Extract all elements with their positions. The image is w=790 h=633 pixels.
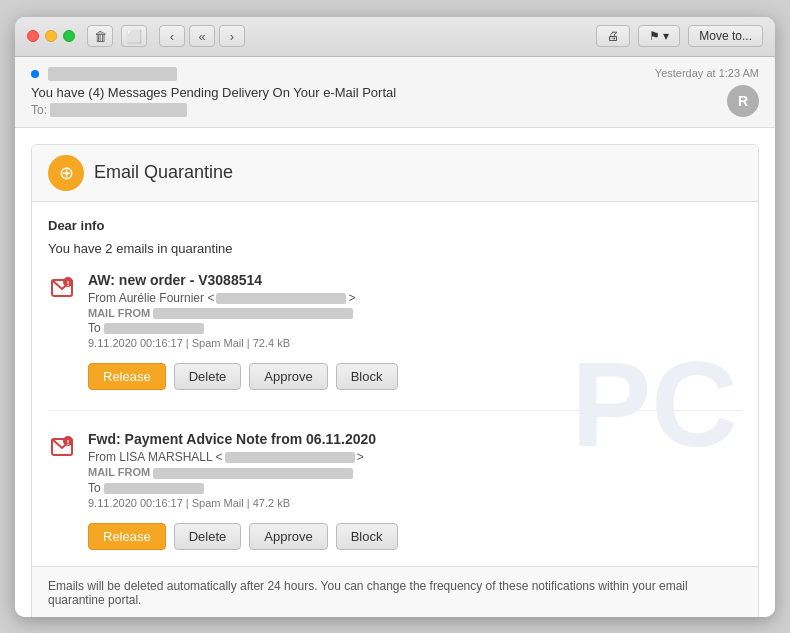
email-item-1-mailfrom: MAIL FROM blurred [88, 307, 742, 320]
email-item-2-to: To blurred [88, 481, 742, 495]
forward-button[interactable]: › [219, 25, 245, 47]
flag-button[interactable]: ⚑ ▾ [638, 25, 680, 47]
email-item-1-actions: Release Delete Approve Block [48, 363, 742, 390]
email-item-2-info: Fwd: Payment Advice Note from 06.11.2020… [88, 431, 742, 519]
email-header: sender@example.com You have (4) Messages… [15, 57, 775, 128]
email-date: Yesterday at 1:23 AM [655, 67, 759, 79]
email-body: PC ⊕ Email Quarantine Dear info You have… [15, 128, 775, 617]
svg-text:!: ! [67, 438, 70, 447]
email-item-1-from: From Aurélie Fournier <blurred> [88, 291, 742, 305]
email-item-2-meta: 9.11.2020 00:16:17 | Spam Mail | 47.2 kB [88, 497, 742, 509]
spam-icon-1: ! [48, 274, 76, 302]
email-header-left: sender@example.com You have (4) Messages… [31, 67, 655, 117]
move-to-button[interactable]: Move to... [688, 25, 763, 47]
quarantine-icon: ⊕ [48, 155, 84, 191]
back-back-button[interactable]: « [189, 25, 215, 47]
spam-icon-2: ! [48, 433, 76, 461]
email-window: 🗑 ⬜ ‹ « › 🖨 ⚑ ▾ Move to... sender@exampl… [15, 17, 775, 617]
email-item-1-from-email-blurred: blurred [216, 293, 346, 304]
email-item-1-mailfrom-blurred: blurred [153, 308, 353, 319]
email-item-1-info: AW: new order - V3088514 From Aurélie Fo… [88, 272, 742, 360]
email-item-2-mailfrom: MAIL FROM blurred [88, 466, 742, 479]
email-item-1-subject: AW: new order - V3088514 [88, 272, 742, 288]
email-content: PC ⊕ Email Quarantine Dear info You have… [15, 128, 775, 617]
email-subject: You have (4) Messages Pending Delivery O… [31, 85, 655, 100]
toolbar-nav: ‹ « › [159, 25, 245, 47]
email-2-block-button[interactable]: Block [336, 523, 398, 550]
email-item-1-header: ! AW: new order - V3088514 From Aurélie … [48, 272, 742, 360]
quarantine-footer: Emails will be deleted automatically aft… [32, 566, 758, 617]
quarantine-header: ⊕ Email Quarantine [32, 145, 758, 202]
dear-info: Dear info [48, 218, 742, 233]
email-to-blurred: recipient@example.com [50, 103, 187, 117]
avatar: R [727, 85, 759, 117]
move-to-label: Move to... [699, 29, 752, 43]
email-2-release-button[interactable]: Release [88, 523, 166, 550]
email-item-2-subject: Fwd: Payment Advice Note from 06.11.2020 [88, 431, 742, 447]
email-item-1: ! AW: new order - V3088514 From Aurélie … [48, 272, 742, 412]
back-button[interactable]: ‹ [159, 25, 185, 47]
email-header-right: Yesterday at 1:23 AM R [655, 67, 759, 117]
close-button[interactable] [27, 30, 39, 42]
titlebar: 🗑 ⬜ ‹ « › 🖨 ⚑ ▾ Move to... [15, 17, 775, 57]
email-2-approve-button[interactable]: Approve [249, 523, 327, 550]
email-item-2-from: From LISA MARSHALL <blurred> [88, 450, 742, 464]
email-1-delete-button[interactable]: Delete [174, 363, 242, 390]
email-to: To: recipient@example.com [31, 103, 655, 117]
email-item-1-from-name: Aurélie Fournier [119, 291, 208, 305]
quarantine-card: PC ⊕ Email Quarantine Dear info You have… [31, 144, 759, 617]
email-1-release-button[interactable]: Release [88, 363, 166, 390]
email-item-2-from-name: LISA MARSHALL [119, 450, 215, 464]
email-item-2-to-blurred: blurred [104, 483, 204, 494]
svg-text:!: ! [67, 278, 70, 287]
email-item-1-meta: 9.11.2020 00:16:17 | Spam Mail | 72.4 kB [88, 337, 742, 349]
email-2-delete-button[interactable]: Delete [174, 523, 242, 550]
minimize-button[interactable] [45, 30, 57, 42]
email-item-1-to-blurred: blurred [104, 323, 204, 334]
email-item-2-from-email-blurred: blurred [225, 452, 355, 463]
email-item-2-mailfrom-blurred: blurred [153, 468, 353, 479]
quarantine-title: Email Quarantine [94, 162, 233, 183]
traffic-lights [27, 30, 75, 42]
toolbar-icons: 🗑 ⬜ [87, 25, 147, 47]
footer-notice: Emails will be deleted automatically aft… [48, 579, 742, 607]
print-button[interactable]: 🖨 [596, 25, 630, 47]
email-1-block-button[interactable]: Block [336, 363, 398, 390]
quarantine-description: You have 2 emails in quarantine [48, 241, 742, 256]
unread-dot [31, 70, 39, 78]
email-item-1-to: To blurred [88, 321, 742, 335]
email-item-2-actions: Release Delete Approve Block [48, 523, 742, 550]
quarantine-body: Dear info You have 2 emails in quarantin… [32, 202, 758, 566]
archive-icon[interactable]: ⬜ [121, 25, 147, 47]
email-1-approve-button[interactable]: Approve [249, 363, 327, 390]
email-item-2-header: ! Fwd: Payment Advice Note from 06.11.20… [48, 431, 742, 519]
email-sender: sender@example.com [31, 67, 655, 81]
delete-icon[interactable]: 🗑 [87, 25, 113, 47]
sender-blurred: sender@example.com [48, 67, 176, 81]
maximize-button[interactable] [63, 30, 75, 42]
email-item-2: ! Fwd: Payment Advice Note from 06.11.20… [48, 431, 742, 550]
toolbar-right: 🖨 ⚑ ▾ Move to... [596, 25, 763, 47]
